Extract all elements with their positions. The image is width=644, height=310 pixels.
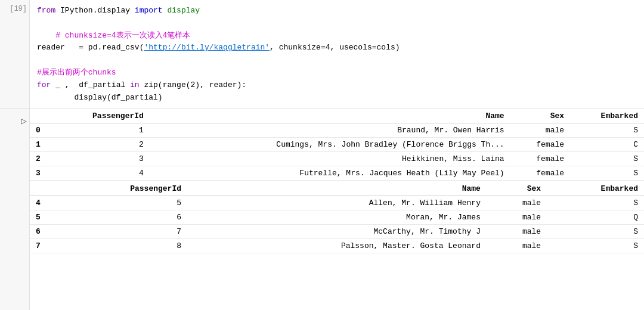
kw-display-call: display(df_partial) xyxy=(37,93,163,102)
row-index: 0 xyxy=(30,123,55,138)
dataframe-table-2: PassengerId Name Sex Embarked 4 5 Allen,… xyxy=(30,182,644,253)
cell-sex: female xyxy=(510,138,570,152)
row-index: 1 xyxy=(30,138,55,152)
row-index: 4 xyxy=(30,196,63,210)
cell-number: [19] xyxy=(0,0,30,108)
col-index-header xyxy=(30,182,63,196)
kw-read-csv: pd.read_csv( xyxy=(88,43,144,52)
kw-url[interactable]: 'http://bit.ly/kaggletrain' xyxy=(144,43,270,52)
cell-passengerid: 6 xyxy=(63,210,187,225)
output-gutter: ▷ xyxy=(0,109,30,310)
col-passengerid-header: PassengerId xyxy=(55,109,150,123)
kw-equals: = xyxy=(70,43,88,52)
cell-name: Palsson, Master. Gosta Leonard xyxy=(187,239,487,253)
row-index: 3 xyxy=(30,166,55,181)
col-embarked-header: Embarked xyxy=(547,182,644,196)
kw-module: IPython.display xyxy=(60,6,135,15)
cell-sex: male xyxy=(510,123,570,138)
cell-code[interactable]: from IPython.display import display # ch… xyxy=(30,0,644,108)
dataframe-table-1: PassengerId Name Sex Embarked 0 1 Braund… xyxy=(30,109,644,181)
code-line-for: for _ , df_partial in zip(range(2), read… xyxy=(37,79,637,92)
col-embarked-header: Embarked xyxy=(570,109,644,123)
col-sex-header: Sex xyxy=(510,109,570,123)
notebook: [19] from IPython.display import display… xyxy=(0,0,644,310)
cell-embarked: S xyxy=(547,225,644,239)
kw-in: in xyxy=(130,80,140,89)
col-name-header: Name xyxy=(150,109,510,123)
cell-name: Heikkinen, Miss. Laina xyxy=(150,152,510,166)
code-line-1: from IPython.display import display xyxy=(37,5,637,17)
cell-embarked: S xyxy=(570,166,644,181)
cell-sex: female xyxy=(510,166,570,181)
kw-loop-var: _ , df_partial xyxy=(55,80,130,89)
table-row: 4 5 Allen, Mr. William Henry male S xyxy=(30,196,644,210)
cell-name: McCarthy, Mr. Timothy J xyxy=(187,225,487,239)
code-line-comment1: # chunksize=4表示一次读入4笔样本 xyxy=(37,30,637,42)
cell-execution-count: [19] xyxy=(10,5,27,13)
cell-passengerid: 2 xyxy=(55,138,150,152)
table-row: 2 3 Heikkinen, Miss. Laina female S xyxy=(30,152,644,166)
cell-embarked: S xyxy=(570,123,644,138)
cell-passengerid: 8 xyxy=(63,239,187,253)
cell-embarked: S xyxy=(547,196,644,210)
cell-sex: male xyxy=(487,239,547,253)
table-row: 6 7 McCarthy, Mr. Timothy J male S xyxy=(30,225,644,239)
col-index-header xyxy=(30,109,55,123)
output-tables: PassengerId Name Sex Embarked 0 1 Braund… xyxy=(30,109,644,310)
table-row: 0 1 Braund, Mr. Owen Harris male S xyxy=(30,123,644,138)
cell-passengerid: 4 xyxy=(55,166,150,181)
col-name-header: Name xyxy=(187,182,487,196)
kw-display: display xyxy=(167,6,200,15)
col-sex-header: Sex xyxy=(487,182,547,196)
cell-sex: male xyxy=(487,196,547,210)
row-index: 7 xyxy=(30,239,63,253)
cell-sex: male xyxy=(487,225,547,239)
kw-import: import xyxy=(135,6,163,15)
kw-zip: zip(range(2), reader): xyxy=(144,80,246,89)
row-index: 6 xyxy=(30,225,63,239)
table-row: 1 2 Cumings, Mrs. John Bradley (Florence… xyxy=(30,138,644,152)
cell-name: Allen, Mr. William Henry xyxy=(187,196,487,210)
cell-name: Moran, Mr. James xyxy=(187,210,487,225)
cell-sex: female xyxy=(510,152,570,166)
table1-header-row: PassengerId Name Sex Embarked xyxy=(30,109,644,123)
table2-header-row: PassengerId Name Sex Embarked xyxy=(30,182,644,196)
row-index: 5 xyxy=(30,210,63,225)
table-row: 3 4 Futrelle, Mrs. Jacques Heath (Lily M… xyxy=(30,166,644,181)
code-line-blank1 xyxy=(37,17,637,30)
cell-name: Cumings, Mrs. John Bradley (Florence Bri… xyxy=(150,138,510,152)
cell-sex: male xyxy=(487,210,547,225)
code-line-display: display(df_partial) xyxy=(37,92,637,104)
comment-chunksize: # chunksize=4表示一次读入4笔样本 xyxy=(37,31,190,40)
output-cell: ▷ PassengerId Name Sex Embarked 0 xyxy=(0,109,644,310)
col-passengerid-header: PassengerId xyxy=(63,182,187,196)
cell-embarked: S xyxy=(547,239,644,253)
cell-embarked: S xyxy=(570,152,644,166)
cell-name: Braund, Mr. Owen Harris xyxy=(150,123,510,138)
table-row: 7 8 Palsson, Master. Gosta Leonard male … xyxy=(30,239,644,253)
table-row: 5 6 Moran, Mr. James male Q xyxy=(30,210,644,225)
code-line-blank2 xyxy=(37,54,637,67)
kw-reader-var: reader xyxy=(37,43,65,52)
cell-embarked: Q xyxy=(547,210,644,225)
cell-passengerid: 1 xyxy=(55,123,150,138)
kw-for: for xyxy=(37,80,51,89)
cell-passengerid: 7 xyxy=(63,225,187,239)
cell-passengerid: 5 xyxy=(63,196,187,210)
kw-from: from xyxy=(37,6,55,15)
code-cell: [19] from IPython.display import display… xyxy=(0,0,644,109)
row-index: 2 xyxy=(30,152,55,166)
output-arrow: ▷ xyxy=(21,115,27,127)
cell-passengerid: 3 xyxy=(55,152,150,166)
comment-chunks: #展示出前两个chunks xyxy=(37,68,116,77)
cell-embarked: C xyxy=(570,138,644,152)
code-line-reader: reader = pd.read_csv('http://bit.ly/kagg… xyxy=(37,42,637,54)
code-line-comment2: #展示出前两个chunks xyxy=(37,67,637,79)
kw-args: , chunksize=4, usecols=cols) xyxy=(270,43,400,52)
cell-name: Futrelle, Mrs. Jacques Heath (Lily May P… xyxy=(150,166,510,181)
